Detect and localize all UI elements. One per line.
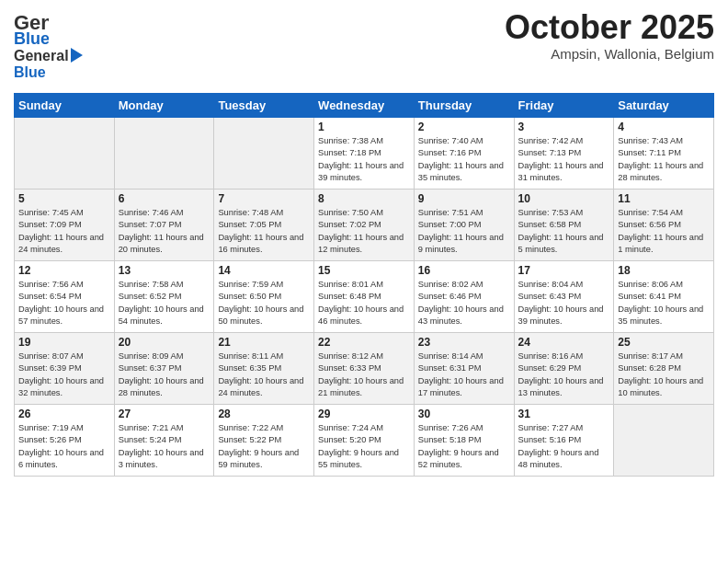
day-number: 3 <box>518 121 610 133</box>
day-info: Sunrise: 7:53 AMSunset: 6:58 PMDaylight:… <box>518 207 610 257</box>
day-number: 11 <box>618 192 710 205</box>
day-info: Sunrise: 8:12 AMSunset: 6:33 PMDaylight:… <box>318 350 410 400</box>
day-info: Sunrise: 8:04 AMSunset: 6:43 PMDaylight:… <box>518 279 610 328</box>
logo-svg: General Blue <box>14 44 87 86</box>
week-row-3: 19 Sunrise: 8:07 AMSunset: 6:39 PMDaylig… <box>15 333 714 405</box>
day-info: Sunrise: 8:14 AMSunset: 6:31 PMDaylight:… <box>418 350 510 400</box>
day-info: Sunrise: 8:06 AMSunset: 6:41 PMDaylight:… <box>618 279 710 328</box>
calendar-cell: 19 Sunrise: 8:07 AMSunset: 6:39 PMDaylig… <box>15 333 115 405</box>
col-sunday: Sunday <box>15 94 115 118</box>
calendar-cell: 14 Sunrise: 7:59 AMSunset: 6:50 PMDaylig… <box>214 261 314 333</box>
calendar-cell: 11 Sunrise: 7:54 AMSunset: 6:56 PMDaylig… <box>614 190 714 261</box>
day-info: Sunrise: 8:16 AMSunset: 6:29 PMDaylight:… <box>518 350 610 400</box>
day-info: Sunrise: 7:48 AMSunset: 7:05 PMDaylight:… <box>218 207 310 257</box>
calendar-cell: 3 Sunrise: 7:42 AMSunset: 7:13 PMDayligh… <box>514 118 614 190</box>
day-number: 8 <box>318 192 410 205</box>
day-info: Sunrise: 7:40 AMSunset: 7:16 PMDaylight:… <box>418 135 510 185</box>
calendar-cell: 26 Sunrise: 7:19 AMSunset: 5:26 PMDaylig… <box>15 405 115 477</box>
col-monday: Monday <box>114 94 214 118</box>
day-info: Sunrise: 8:09 AMSunset: 6:37 PMDaylight:… <box>119 350 210 400</box>
day-info: Sunrise: 8:07 AMSunset: 6:39 PMDaylight:… <box>18 350 110 400</box>
title-section: October 2025 Ampsin, Wallonia, Belgium <box>505 9 714 62</box>
logo: General Blue General Blue <box>14 9 87 86</box>
calendar-cell: 22 Sunrise: 8:12 AMSunset: 6:33 PMDaylig… <box>314 333 415 405</box>
day-number: 13 <box>119 264 210 277</box>
calendar-cell: 2 Sunrise: 7:40 AMSunset: 7:16 PMDayligh… <box>414 118 514 190</box>
day-number: 25 <box>618 336 710 349</box>
calendar-cell: 17 Sunrise: 8:04 AMSunset: 6:43 PMDaylig… <box>514 261 614 333</box>
col-saturday: Saturday <box>614 94 714 118</box>
header-row: Sunday Monday Tuesday Wednesday Thursday… <box>15 94 714 118</box>
day-info: Sunrise: 7:50 AMSunset: 7:02 PMDaylight:… <box>318 207 410 257</box>
svg-text:General: General <box>14 48 69 63</box>
week-row-1: 5 Sunrise: 7:45 AMSunset: 7:09 PMDayligh… <box>15 190 714 261</box>
calendar-cell: 7 Sunrise: 7:48 AMSunset: 7:05 PMDayligh… <box>214 190 314 261</box>
day-info: Sunrise: 8:17 AMSunset: 6:28 PMDaylight:… <box>618 350 710 400</box>
week-row-2: 12 Sunrise: 7:56 AMSunset: 6:54 PMDaylig… <box>15 261 714 333</box>
day-number: 18 <box>618 264 710 277</box>
calendar-cell: 6 Sunrise: 7:46 AMSunset: 7:07 PMDayligh… <box>114 190 214 261</box>
day-number: 15 <box>318 264 410 277</box>
day-info: Sunrise: 7:54 AMSunset: 6:56 PMDaylight:… <box>618 207 710 257</box>
day-number: 6 <box>119 192 210 205</box>
logo-icon: General Blue <box>14 9 49 44</box>
day-number: 21 <box>218 336 310 349</box>
day-info: Sunrise: 8:11 AMSunset: 6:35 PMDaylight:… <box>218 350 310 400</box>
day-number: 16 <box>418 264 510 277</box>
day-info: Sunrise: 7:51 AMSunset: 7:00 PMDaylight:… <box>418 207 510 257</box>
col-thursday: Thursday <box>414 94 514 118</box>
calendar-cell: 1 Sunrise: 7:38 AMSunset: 7:18 PMDayligh… <box>314 118 415 190</box>
calendar-cell: 12 Sunrise: 7:56 AMSunset: 6:54 PMDaylig… <box>15 261 115 333</box>
calendar-cell: 27 Sunrise: 7:21 AMSunset: 5:24 PMDaylig… <box>114 405 214 477</box>
day-info: Sunrise: 7:26 AMSunset: 5:18 PMDaylight:… <box>418 422 510 472</box>
day-number: 26 <box>18 408 110 420</box>
calendar-cell: 24 Sunrise: 8:16 AMSunset: 6:29 PMDaylig… <box>514 333 614 405</box>
day-number: 24 <box>518 336 610 349</box>
day-info: Sunrise: 7:27 AMSunset: 5:16 PMDaylight:… <box>518 422 610 472</box>
calendar-cell <box>114 118 214 190</box>
day-info: Sunrise: 7:42 AMSunset: 7:13 PMDaylight:… <box>518 135 610 185</box>
calendar-cell: 21 Sunrise: 8:11 AMSunset: 6:35 PMDaylig… <box>214 333 314 405</box>
day-number: 31 <box>518 408 610 420</box>
day-number: 27 <box>119 408 210 420</box>
day-number: 20 <box>119 336 210 349</box>
calendar-cell <box>614 405 714 477</box>
day-info: Sunrise: 7:24 AMSunset: 5:20 PMDaylight:… <box>318 422 410 472</box>
col-friday: Friday <box>514 94 614 118</box>
calendar-cell <box>15 118 115 190</box>
day-info: Sunrise: 7:19 AMSunset: 5:26 PMDaylight:… <box>18 422 110 472</box>
day-info: Sunrise: 7:38 AMSunset: 7:18 PMDaylight:… <box>318 135 410 185</box>
calendar-cell: 30 Sunrise: 7:26 AMSunset: 5:18 PMDaylig… <box>414 405 514 477</box>
day-info: Sunrise: 7:22 AMSunset: 5:22 PMDaylight:… <box>218 422 310 472</box>
svg-marker-4 <box>71 48 83 63</box>
day-info: Sunrise: 7:43 AMSunset: 7:11 PMDaylight:… <box>618 135 710 185</box>
day-number: 5 <box>18 192 110 205</box>
calendar-cell: 4 Sunrise: 7:43 AMSunset: 7:11 PMDayligh… <box>614 118 714 190</box>
calendar-cell: 8 Sunrise: 7:50 AMSunset: 7:02 PMDayligh… <box>314 190 415 261</box>
day-info: Sunrise: 8:02 AMSunset: 6:46 PMDaylight:… <box>418 279 510 328</box>
day-number: 12 <box>18 264 110 277</box>
day-number: 2 <box>418 121 510 133</box>
calendar-cell: 5 Sunrise: 7:45 AMSunset: 7:09 PMDayligh… <box>15 190 115 261</box>
calendar-cell: 23 Sunrise: 8:14 AMSunset: 6:31 PMDaylig… <box>414 333 514 405</box>
location: Ampsin, Wallonia, Belgium <box>505 46 714 62</box>
calendar-cell: 31 Sunrise: 7:27 AMSunset: 5:16 PMDaylig… <box>514 405 614 477</box>
day-number: 7 <box>218 192 310 205</box>
day-number: 22 <box>318 336 410 349</box>
svg-text:Blue: Blue <box>14 64 46 80</box>
day-info: Sunrise: 7:45 AMSunset: 7:09 PMDaylight:… <box>18 207 110 257</box>
day-number: 28 <box>218 408 310 420</box>
day-number: 14 <box>218 264 310 277</box>
day-info: Sunrise: 7:58 AMSunset: 6:52 PMDaylight:… <box>119 279 210 328</box>
day-number: 19 <box>18 336 110 349</box>
day-info: Sunrise: 7:56 AMSunset: 6:54 PMDaylight:… <box>18 279 110 328</box>
day-info: Sunrise: 7:21 AMSunset: 5:24 PMDaylight:… <box>119 422 210 472</box>
calendar-cell: 16 Sunrise: 8:02 AMSunset: 6:46 PMDaylig… <box>414 261 514 333</box>
calendar-table: Sunday Monday Tuesday Wednesday Thursday… <box>14 93 714 477</box>
calendar-cell: 13 Sunrise: 7:58 AMSunset: 6:52 PMDaylig… <box>114 261 214 333</box>
calendar-cell: 10 Sunrise: 7:53 AMSunset: 6:58 PMDaylig… <box>514 190 614 261</box>
day-number: 10 <box>518 192 610 205</box>
calendar-cell: 15 Sunrise: 8:01 AMSunset: 6:48 PMDaylig… <box>314 261 415 333</box>
day-info: Sunrise: 7:59 AMSunset: 6:50 PMDaylight:… <box>218 279 310 328</box>
week-row-4: 26 Sunrise: 7:19 AMSunset: 5:26 PMDaylig… <box>15 405 714 477</box>
